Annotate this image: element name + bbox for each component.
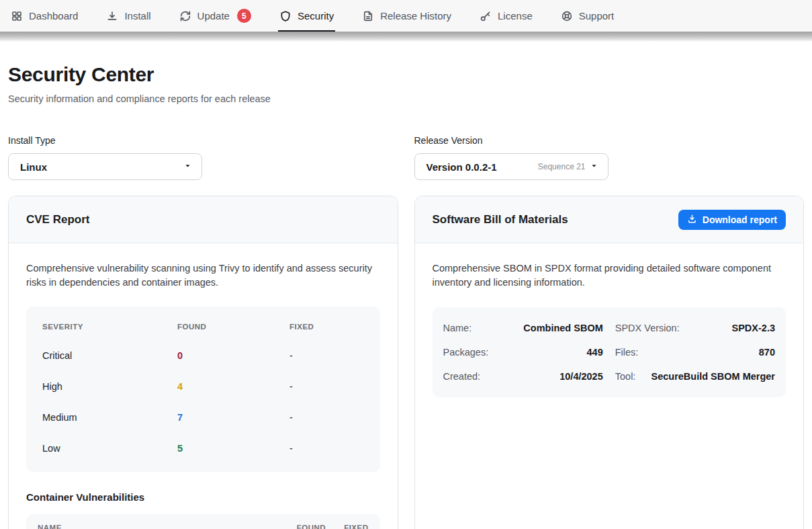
severity-column-header: SEVERITY bbox=[42, 313, 177, 340]
severity-name: High bbox=[42, 371, 177, 402]
detail-label: Packages: bbox=[443, 347, 489, 358]
nav-item-license[interactable]: License bbox=[480, 0, 533, 32]
nav-item-install[interactable]: Install bbox=[106, 0, 150, 32]
update-count-badge: 5 bbox=[237, 9, 251, 23]
nav-item-label: Install bbox=[124, 10, 150, 22]
severity-name: Low bbox=[42, 433, 177, 464]
download-report-label: Download report bbox=[703, 214, 777, 225]
detail-value: 10/4/2025 bbox=[559, 371, 603, 382]
update-icon bbox=[179, 10, 191, 22]
sbom-card: Software Bill of Materials Download repo… bbox=[414, 196, 805, 529]
chevron-down-icon bbox=[590, 161, 598, 173]
sbom-details-grid: Name: Combined SBOM SPDX Version: SPDX-2… bbox=[433, 307, 786, 397]
detail-value: Combined SBOM bbox=[523, 323, 602, 333]
release-version-value: Version 0.0.2-1 bbox=[426, 161, 497, 173]
cve-report-description: Comprehensive vulnerability scanning usi… bbox=[26, 261, 380, 290]
release-version-filter: Release Version Version 0.0.2-1 Sequence… bbox=[414, 135, 805, 180]
page-title: Security Center bbox=[8, 63, 804, 86]
top-navigation: Dashboard Install Update 5 Security Rele… bbox=[0, 0, 812, 32]
sbom-title: Software Bill of Materials bbox=[433, 213, 568, 227]
sbom-detail-tool: Tool: SecureBuild SBOM Merger bbox=[615, 364, 775, 389]
fixed-column-header: FIXED bbox=[344, 524, 368, 529]
table-row: Medium 7 - bbox=[42, 402, 364, 433]
support-lifebuoy-icon bbox=[561, 10, 573, 22]
detail-label: Created: bbox=[443, 371, 481, 382]
table-row: High 4 - bbox=[42, 371, 364, 402]
security-center-page: Security Center Security information and… bbox=[0, 63, 812, 529]
filters-row: Install Type Linux Release Version Versi… bbox=[8, 135, 804, 180]
nav-item-label: Update bbox=[197, 10, 230, 22]
license-key-icon bbox=[480, 10, 492, 22]
fixed-column-header: FIXED bbox=[289, 313, 364, 340]
nav-item-dashboard[interactable]: Dashboard bbox=[11, 0, 78, 32]
found-column-header: FOUND bbox=[177, 313, 289, 340]
sbom-card-header: Software Bill of Materials Download repo… bbox=[415, 196, 804, 243]
name-column-header: NAME bbox=[38, 524, 297, 529]
install-type-label: Install Type bbox=[8, 135, 398, 146]
severity-found-count: 7 bbox=[177, 402, 289, 433]
severity-table-header: SEVERITY FOUND FIXED bbox=[42, 313, 364, 340]
severity-fixed-count: - bbox=[289, 402, 364, 433]
detail-label: Tool: bbox=[615, 371, 636, 382]
download-report-button[interactable]: Download report bbox=[678, 210, 786, 230]
nav-item-security[interactable]: Security bbox=[279, 0, 334, 32]
dashboard-icon bbox=[11, 10, 23, 22]
download-icon bbox=[687, 214, 697, 226]
severity-found-count: 5 bbox=[177, 433, 289, 464]
severity-fixed-count: - bbox=[289, 433, 364, 464]
severity-found-count: 4 bbox=[177, 371, 289, 402]
detail-label: SPDX Version: bbox=[615, 323, 680, 333]
chevron-down-icon bbox=[183, 161, 192, 173]
detail-value: SecureBuild SBOM Merger bbox=[651, 371, 775, 382]
sbom-detail-files: Files: 870 bbox=[615, 340, 775, 364]
severity-fixed-count: - bbox=[289, 340, 364, 371]
sbom-description: Comprehensive SBOM in SPDX format provid… bbox=[433, 261, 786, 290]
cve-report-title: CVE Report bbox=[26, 213, 89, 227]
severity-name: Critical bbox=[42, 340, 177, 371]
detail-value: 449 bbox=[587, 347, 603, 358]
detail-label: Name: bbox=[443, 323, 472, 333]
sbom-detail-spdx-version: SPDX Version: SPDX-2.3 bbox=[615, 316, 775, 340]
severity-name: Medium bbox=[42, 402, 177, 433]
detail-label: Files: bbox=[615, 347, 639, 358]
install-icon bbox=[106, 10, 118, 22]
severity-found-count: 0 bbox=[177, 340, 289, 371]
release-version-select[interactable]: Version 0.0.2-1 Sequence 21 bbox=[414, 153, 608, 180]
sbom-detail-packages: Packages: 449 bbox=[443, 340, 603, 364]
container-vulnerabilities-table-header: NAME FOUND FIXED bbox=[26, 514, 380, 529]
install-type-value: Linux bbox=[20, 161, 47, 173]
detail-value: 870 bbox=[759, 347, 775, 358]
sbom-detail-name: Name: Combined SBOM bbox=[443, 316, 603, 340]
page-subtitle: Security information and compliance repo… bbox=[8, 93, 804, 104]
detail-value: SPDX-2.3 bbox=[732, 323, 775, 333]
nav-item-label: License bbox=[498, 10, 533, 22]
security-shield-icon bbox=[279, 10, 291, 22]
cve-report-card-header: CVE Report bbox=[9, 196, 398, 243]
report-cards-row: CVE Report Comprehensive vulnerability s… bbox=[8, 196, 804, 529]
sbom-detail-created: Created: 10/4/2025 bbox=[443, 364, 603, 389]
nav-item-label: Dashboard bbox=[29, 10, 78, 22]
container-vulnerabilities-title: Container Vulnerabilities bbox=[26, 491, 380, 503]
nav-item-release-history[interactable]: Release History bbox=[362, 0, 451, 32]
nav-scroll-shadow bbox=[0, 32, 812, 42]
release-sequence-label: Sequence 21 bbox=[538, 162, 586, 171]
nav-item-label: Release History bbox=[380, 10, 451, 22]
cve-report-card: CVE Report Comprehensive vulnerability s… bbox=[8, 196, 398, 529]
nav-item-update[interactable]: Update 5 bbox=[179, 0, 251, 32]
found-column-header: FOUND bbox=[297, 524, 326, 529]
table-row: Low 5 - bbox=[42, 433, 364, 464]
severity-fixed-count: - bbox=[289, 371, 364, 402]
release-history-icon bbox=[362, 10, 374, 22]
severity-table: SEVERITY FOUND FIXED Critical 0 - High 4… bbox=[26, 307, 380, 472]
table-row: Critical 0 - bbox=[42, 340, 364, 371]
nav-item-label: Security bbox=[298, 10, 334, 22]
nav-item-label: Support bbox=[579, 10, 615, 22]
install-type-filter: Install Type Linux bbox=[8, 135, 398, 180]
install-type-select[interactable]: Linux bbox=[8, 153, 202, 180]
nav-item-support[interactable]: Support bbox=[561, 0, 615, 32]
release-version-label: Release Version bbox=[414, 135, 805, 146]
